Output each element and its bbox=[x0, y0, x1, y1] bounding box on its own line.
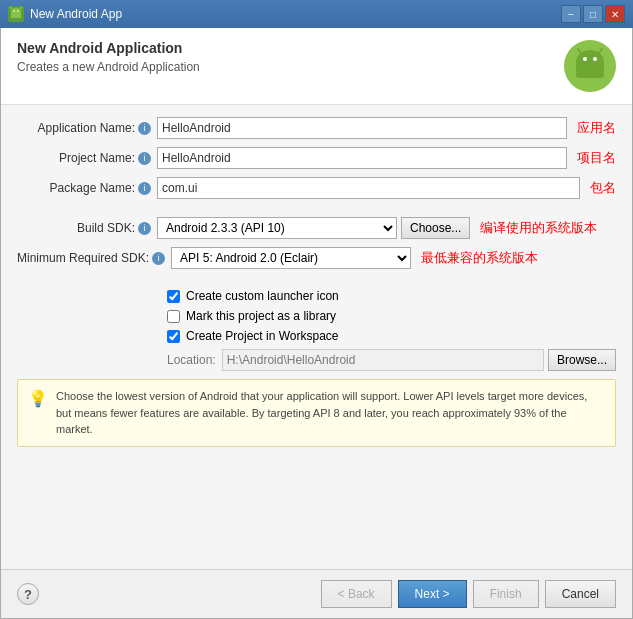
maximize-button[interactable]: □ bbox=[583, 5, 603, 23]
svg-line-2 bbox=[10, 7, 12, 9]
svg-rect-1 bbox=[11, 12, 21, 18]
bottom-left: ? bbox=[17, 583, 39, 605]
build-sdk-label: Build SDK: i bbox=[17, 221, 157, 235]
build-sdk-annotation: 编译使用的系统版本 bbox=[480, 219, 597, 237]
application-name-row: Application Name: i 应用名 bbox=[17, 117, 616, 139]
application-name-info-icon[interactable]: i bbox=[138, 122, 151, 135]
create-launcher-icon-checkbox[interactable] bbox=[167, 290, 180, 303]
svg-point-10 bbox=[593, 57, 597, 61]
project-name-label: Project Name: i bbox=[17, 151, 157, 165]
header-text: New Android Application Creates a new An… bbox=[17, 40, 200, 74]
dialog-subtitle: Creates a new Android Application bbox=[17, 60, 200, 74]
min-sdk-dropdown[interactable]: API 5: Android 2.0 (Eclair) bbox=[171, 247, 411, 269]
title-bar: New Android App − □ ✕ bbox=[0, 0, 633, 28]
build-sdk-choose-button[interactable]: Choose... bbox=[401, 217, 470, 239]
next-button[interactable]: Next > bbox=[398, 580, 467, 608]
bottom-bar: ? < Back Next > Finish Cancel bbox=[1, 569, 632, 618]
create-in-workspace-label: Create Project in Workspace bbox=[186, 329, 339, 343]
dialog-title: New Android Application bbox=[17, 40, 200, 56]
min-sdk-info-icon[interactable]: i bbox=[152, 252, 165, 265]
svg-point-5 bbox=[17, 10, 19, 12]
app-icon bbox=[8, 6, 24, 22]
android-logo bbox=[564, 40, 616, 92]
min-sdk-label: Minimum Required SDK: i bbox=[17, 251, 171, 265]
cancel-button[interactable]: Cancel bbox=[545, 580, 616, 608]
back-button[interactable]: < Back bbox=[321, 580, 392, 608]
location-input[interactable] bbox=[222, 349, 544, 371]
build-sdk-info-icon[interactable]: i bbox=[138, 222, 151, 235]
mark-as-library-row: Mark this project as a library bbox=[17, 309, 616, 323]
package-name-info-icon[interactable]: i bbox=[138, 182, 151, 195]
create-in-workspace-checkbox[interactable] bbox=[167, 330, 180, 343]
location-label: Location: bbox=[167, 353, 216, 367]
info-box-text: Choose the lowest version of Android tha… bbox=[56, 388, 605, 438]
package-name-input[interactable] bbox=[157, 177, 580, 199]
project-name-input[interactable] bbox=[157, 147, 567, 169]
application-name-annotation: 应用名 bbox=[577, 119, 616, 137]
project-name-info-icon[interactable]: i bbox=[138, 152, 151, 165]
finish-button[interactable]: Finish bbox=[473, 580, 539, 608]
package-name-label: Package Name: i bbox=[17, 181, 157, 195]
create-launcher-icon-row: Create custom launcher icon bbox=[17, 289, 616, 303]
project-name-row: Project Name: i 项目名 bbox=[17, 147, 616, 169]
browse-button[interactable]: Browse... bbox=[548, 349, 616, 371]
package-name-row: Package Name: i 包名 bbox=[17, 177, 616, 199]
help-button[interactable]: ? bbox=[17, 583, 39, 605]
svg-line-3 bbox=[20, 7, 22, 9]
svg-rect-8 bbox=[576, 62, 604, 78]
application-name-label: Application Name: i bbox=[17, 121, 157, 135]
location-row: Location: Browse... bbox=[17, 349, 616, 371]
create-in-workspace-row: Create Project in Workspace bbox=[17, 329, 616, 343]
window-controls[interactable]: − □ ✕ bbox=[561, 5, 625, 23]
mark-as-library-label: Mark this project as a library bbox=[186, 309, 336, 323]
svg-point-9 bbox=[583, 57, 587, 61]
build-sdk-dropdown[interactable]: Android 2.3.3 (API 10) bbox=[157, 217, 397, 239]
project-name-annotation: 项目名 bbox=[577, 149, 616, 167]
window-title: New Android App bbox=[30, 7, 561, 21]
bottom-right: < Back Next > Finish Cancel bbox=[321, 580, 616, 608]
info-box: 💡 Choose the lowest version of Android t… bbox=[17, 379, 616, 447]
dialog-header: New Android Application Creates a new An… bbox=[1, 28, 632, 105]
application-name-input[interactable] bbox=[157, 117, 567, 139]
minimize-button[interactable]: − bbox=[561, 5, 581, 23]
create-launcher-icon-label: Create custom launcher icon bbox=[186, 289, 339, 303]
form-area: Application Name: i 应用名 Project Name: i … bbox=[1, 105, 632, 569]
package-name-annotation: 包名 bbox=[590, 179, 616, 197]
min-sdk-annotation: 最低兼容的系统版本 bbox=[421, 249, 538, 267]
dialog: New Android Application Creates a new An… bbox=[0, 28, 633, 619]
close-button[interactable]: ✕ bbox=[605, 5, 625, 23]
info-bulb-icon: 💡 bbox=[28, 389, 48, 408]
min-sdk-row: Minimum Required SDK: i API 5: Android 2… bbox=[17, 247, 616, 269]
svg-point-4 bbox=[13, 10, 15, 12]
mark-as-library-checkbox[interactable] bbox=[167, 310, 180, 323]
build-sdk-row: Build SDK: i Android 2.3.3 (API 10) Choo… bbox=[17, 217, 616, 239]
